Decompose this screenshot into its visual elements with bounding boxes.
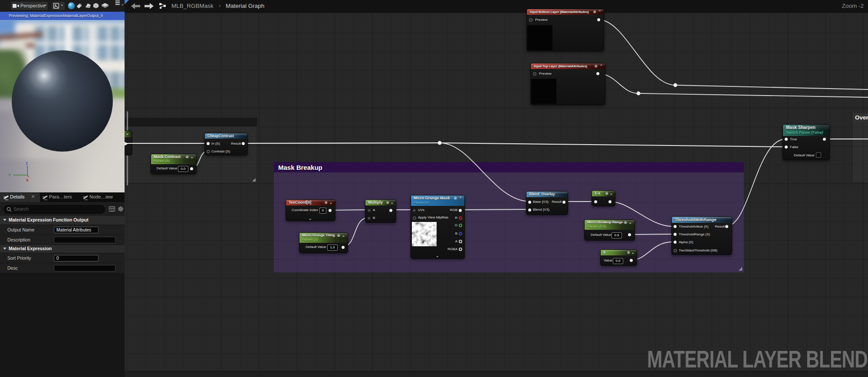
svg-text:X: X [26, 178, 29, 182]
svg-text:Z: Z [26, 161, 28, 165]
svg-text:Y: Y [8, 173, 11, 177]
